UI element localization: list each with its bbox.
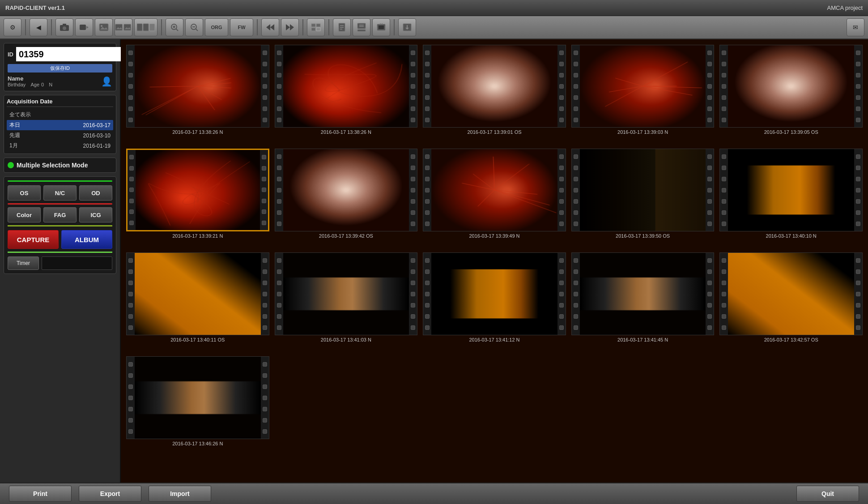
thumb-container-14[interactable]: 2016-03-17 13:42:57 OS (719, 252, 863, 351)
timer-row: Timer (8, 256, 112, 270)
acq-today[interactable]: 本日 2016-03-17 (7, 120, 113, 130)
email-btn[interactable]: ✉ (847, 18, 864, 36)
film-strip-right-1 (409, 45, 417, 127)
eye-image-6 (283, 149, 409, 231)
svg-rect-32 (357, 30, 366, 31)
film-strip-right-3 (706, 45, 714, 127)
avatar-icon: 👤 (101, 76, 112, 87)
thumb-container-3[interactable]: 2016-03-17 13:39:03 N (571, 45, 715, 143)
svg-rect-24 (316, 24, 320, 27)
thumb-container-10[interactable]: 2016-03-17 13:40:11 OS (126, 252, 269, 351)
thumb-label-3: 2016-03-17 13:39:03 N (617, 129, 668, 135)
color-btn[interactable]: Color (8, 207, 41, 222)
toolbar-sep-4 (257, 19, 258, 35)
thumb-container-5[interactable]: 2016-03-17 13:39:21 N (126, 149, 269, 247)
multi-selection-section[interactable]: Multiple Selection Mode (4, 158, 116, 173)
film-strip-left-12 (423, 253, 431, 335)
thumb-label-2: 2016-03-17 13:39:01 OS (467, 129, 521, 135)
album-btn[interactable]: ALBUM (61, 230, 112, 249)
temp-id-bar: 仮保存ID (8, 64, 112, 73)
export-btn[interactable]: Export (79, 486, 141, 502)
timer-btn[interactable]: Timer (8, 256, 39, 270)
thumb-label-12: 2016-03-17 13:41:12 N (469, 337, 519, 342)
patient-id-input[interactable] (16, 47, 137, 61)
color-bar (8, 203, 112, 205)
nc-btn[interactable]: N/C (43, 185, 77, 201)
thumb-label-11: 2016-03-17 13:41:03 N (321, 337, 371, 342)
toolbar-sep-7 (394, 19, 395, 35)
print-btn[interactable]: Print (9, 486, 72, 502)
eye-image-3 (580, 45, 706, 127)
thumb-frame-7 (423, 149, 566, 231)
svg-rect-7 (115, 24, 123, 30)
settings-btn[interactable]: ⚙ (4, 18, 21, 36)
toolbar-sep-1 (25, 19, 26, 35)
fw-btn[interactable]: FW (230, 18, 253, 36)
svg-rect-26 (316, 28, 320, 31)
svg-point-6 (101, 25, 102, 27)
svg-line-17 (196, 29, 198, 31)
eye-image-0 (135, 45, 261, 127)
eye-image-15 (135, 357, 261, 439)
import-btn[interactable]: Import (149, 486, 211, 502)
thumb-container-11[interactable]: 2016-03-17 13:41:03 N (275, 252, 418, 351)
os-btn[interactable]: OS (8, 185, 41, 201)
eye-image-10 (135, 253, 261, 335)
od-btn[interactable]: OD (79, 185, 112, 201)
select-mode-btn[interactable] (307, 18, 325, 36)
thumb-container-7[interactable]: 2016-03-17 13:39:49 N (423, 149, 566, 247)
image3-btn[interactable] (134, 18, 157, 36)
toolbar: ⚙ ◀ ORG FW ✉ (0, 16, 868, 39)
film-strip-left-8 (572, 149, 580, 231)
thumb-container-9[interactable]: 2016-03-17 13:40:10 N (719, 149, 863, 247)
toolbar-sep-6 (328, 19, 329, 35)
thumb-label-6: 2016-03-17 13:39:42 OS (319, 233, 373, 239)
thumb-container-12[interactable]: 2016-03-17 13:41:12 N (423, 252, 566, 351)
toolbar-sep-5 (302, 19, 303, 35)
capture-btn[interactable]: CAPTURE (8, 230, 59, 249)
film-strip-left-14 (720, 253, 728, 335)
image2-btn[interactable] (115, 18, 132, 36)
video-btn[interactable] (75, 18, 93, 36)
thumb-container-13[interactable]: 2016-03-17 13:41:45 N (571, 252, 715, 351)
camera-btn[interactable] (55, 18, 73, 36)
acq-all[interactable]: 全て表示 (7, 110, 113, 120)
next-btn[interactable] (281, 18, 299, 36)
thumb-container-15[interactable]: 2016-03-17 13:46:26 N (126, 356, 269, 455)
zoom-in-btn[interactable] (166, 18, 183, 36)
org-btn[interactable]: ORG (205, 18, 228, 36)
back-btn[interactable]: ◀ (30, 18, 47, 36)
thumb-frame-14 (719, 252, 863, 335)
eye-image-2 (431, 45, 557, 127)
image1-btn[interactable] (95, 18, 113, 36)
svg-rect-36 (379, 26, 384, 29)
thumb-container-0[interactable]: 2016-03-17 13:38:26 N (126, 45, 269, 143)
thumb-frame-13 (571, 252, 715, 335)
thumb-container-8[interactable]: 2016-03-17 13:39:50 OS (571, 149, 715, 247)
film-strip-right-8 (706, 149, 714, 231)
controls-section: OS N/C OD Color FAG ICG CAPTURE ALBUM Ti… (4, 176, 116, 274)
thumb-container-4[interactable]: 2016-03-17 13:39:05 OS (719, 45, 863, 143)
thumb-container-1[interactable]: 2016-03-17 13:38:26 N (275, 45, 418, 143)
id-label: ID (8, 51, 13, 58)
export-icon-btn[interactable] (398, 18, 416, 36)
toolbar-sep-3 (161, 19, 162, 35)
quit-btn[interactable]: Quit (796, 486, 859, 502)
svg-marker-19 (266, 24, 270, 30)
prev-btn[interactable] (261, 18, 279, 36)
tool1-btn[interactable] (333, 18, 351, 36)
image-grid: 2016-03-17 13:38:26 N2016-03-17 13:38:26… (121, 39, 868, 483)
fag-btn[interactable]: FAG (43, 207, 77, 222)
zoom-out-btn[interactable] (185, 18, 203, 36)
fag-bar (8, 225, 112, 226)
thumb-container-6[interactable]: 2016-03-17 13:39:42 OS (275, 149, 418, 247)
acq-month[interactable]: 1月 2016-01-19 (7, 141, 113, 151)
icg-btn[interactable]: ICG (79, 207, 112, 222)
acq-lastweek[interactable]: 先週 2016-03-10 (7, 130, 113, 141)
tool3-btn[interactable] (372, 18, 390, 36)
tool2-btn[interactable] (353, 18, 370, 36)
film-strip-right-10 (261, 253, 269, 335)
thumb-container-2[interactable]: 2016-03-17 13:39:01 OS (423, 45, 566, 143)
film-strip-left-13 (572, 253, 580, 335)
thumb-frame-10 (126, 252, 269, 335)
